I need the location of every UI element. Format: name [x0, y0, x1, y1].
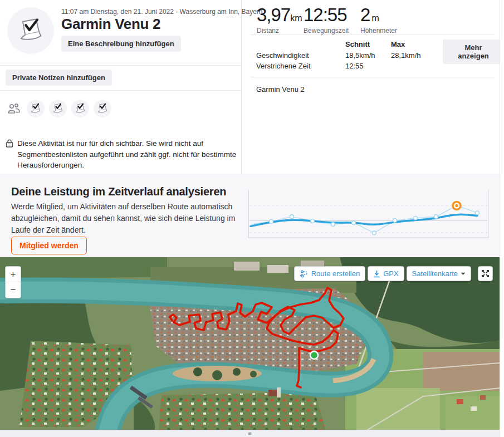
gpx-download-button[interactable]: GPX [368, 266, 404, 281]
activity-avatar[interactable] [7, 7, 54, 54]
table-col-schnitt: Schnitt [345, 40, 370, 48]
activity-title: Garmin Venu 2 [61, 16, 160, 33]
stat-unit: km [290, 13, 302, 23]
table-cell: 12:55 [345, 62, 364, 70]
table-col-max: Max [391, 40, 405, 48]
add-description-button[interactable]: Eine Beschreibung hinzufügen [61, 36, 181, 52]
fullscreen-button[interactable] [478, 266, 493, 281]
laptop-check-icon [30, 102, 42, 115]
privacy-notice: Diese Aktivität ist nur für dich sichtba… [6, 138, 238, 171]
fullscreen-icon [481, 269, 490, 278]
lock-icon [6, 139, 13, 148]
page-scrollbar-gutter[interactable] [500, 0, 504, 437]
divider [251, 77, 495, 77]
achievement-badge[interactable] [94, 100, 111, 117]
activity-meta: 11:07 am Dienstag, den 21. Juni 2022 · W… [61, 8, 263, 16]
laptop-check-icon [16, 16, 45, 45]
divider [251, 35, 495, 35]
zoom-out-button[interactable]: − [6, 282, 21, 298]
stat-value: 3,97 [257, 4, 290, 25]
privacy-notice-text: Diese Aktivität ist nur für dich sichtba… [17, 138, 238, 171]
activity-map[interactable]: + − Route erstellen GPX Satellitenkarte [0, 257, 500, 430]
satellite-map-canvas [0, 257, 500, 430]
map-layer-select[interactable]: Satellitenkarte [407, 266, 471, 281]
table-cell: 18,5km/h [345, 51, 375, 60]
private-notes-button[interactable]: Private Notizen hinzufügen [6, 70, 112, 86]
stat-label: Bewegungszeit [304, 27, 349, 35]
stat-label: Höhenmeter [360, 27, 397, 35]
upsell-section: Deine Leistung im Zeitverlauf analysiere… [0, 174, 500, 257]
table-row-label: Geschwindigkeit [256, 51, 309, 60]
table-row-label: Verstrichene Zeit [256, 62, 311, 70]
grip-icon: ≡ [248, 430, 251, 436]
laptop-check-icon [74, 102, 86, 115]
map-resize-handle[interactable]: ≡ [0, 430, 500, 437]
achievement-badge[interactable] [27, 100, 45, 117]
achievement-badge[interactable] [71, 100, 89, 117]
performance-sparkline-chart [245, 174, 500, 258]
layer-label: Satellitenkarte [412, 269, 458, 278]
become-member-button[interactable]: Mitglied werden [11, 237, 87, 254]
zoom-in-button[interactable]: + [6, 267, 21, 282]
route-start-marker [310, 351, 318, 359]
achievement-badge[interactable] [49, 100, 67, 117]
stat-value: 2 [360, 4, 370, 25]
stat-elevation: 2 m Höhenmeter [360, 4, 397, 35]
divider [0, 90, 241, 91]
social-achievements-row [7, 99, 111, 119]
device-name: Garmin Venu 2 [256, 85, 305, 94]
chart-series [251, 202, 479, 234]
column-divider [241, 0, 242, 174]
gpx-label: GPX [383, 269, 398, 278]
upsell-body: Werde Mitglied, um Aktivitäten auf derse… [11, 201, 238, 236]
create-route-label: Route erstellen [311, 269, 360, 278]
laptop-check-icon [96, 102, 109, 115]
laptop-check-icon [52, 102, 64, 115]
table-cell: 28,1km/h [391, 51, 420, 60]
chevron-down-icon [461, 272, 466, 276]
athletes-group-icon[interactable] [7, 101, 21, 116]
stat-distance: 3,97km Distanz [257, 4, 302, 35]
route-icon [300, 270, 309, 278]
stat-unit: m [372, 13, 379, 23]
create-route-button[interactable]: Route erstellen [294, 266, 365, 281]
show-more-button[interactable]: Mehr anzeigen [443, 40, 504, 64]
map-zoom-control: + − [5, 266, 21, 298]
stat-moving-time: 12:55 Bewegungszeit [304, 4, 349, 35]
upsell-title: Deine Leistung im Zeitverlauf analysiere… [11, 185, 226, 198]
divider [0, 65, 241, 66]
download-icon [373, 270, 380, 278]
stat-value: 12:55 [304, 4, 347, 25]
stat-label: Distanz [257, 27, 302, 35]
